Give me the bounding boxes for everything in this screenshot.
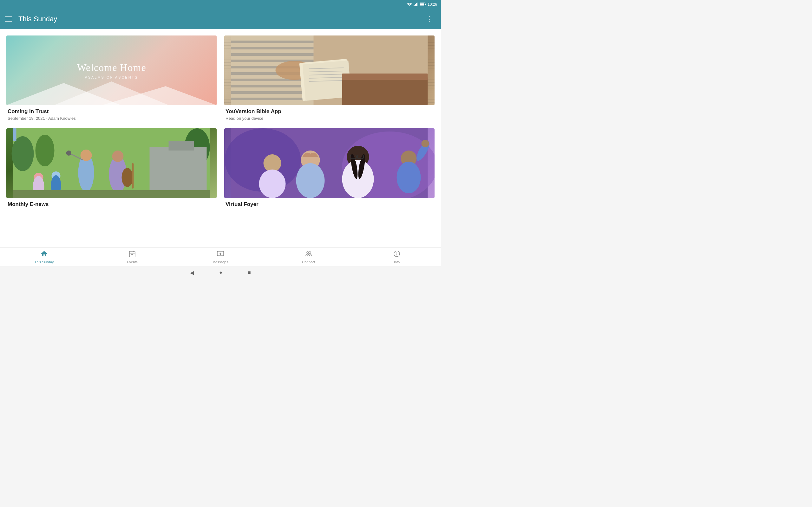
svg-point-72 (397, 162, 421, 193)
svg-point-70 (259, 170, 286, 198)
svg-rect-2 (415, 4, 416, 6)
svg-point-41 (66, 151, 71, 156)
android-back-button[interactable]: ◀ (190, 270, 194, 276)
wifi-icon (407, 3, 412, 6)
android-nav-bar: ◀ ● ■ (0, 266, 441, 279)
svg-rect-1 (414, 5, 415, 6)
worship-illustration (6, 128, 217, 198)
bible-background (224, 36, 435, 105)
status-icons: 10:26 (407, 2, 437, 7)
mountains-svg (6, 80, 217, 105)
card-title-bible: YouVersion Bible App (225, 108, 433, 115)
svg-point-86 (397, 252, 397, 253)
svg-point-74 (421, 140, 429, 147)
card-image-enews (6, 128, 217, 198)
nav-label-events: Events (127, 260, 138, 264)
svg-point-0 (409, 5, 410, 6)
welcome-home-background: Welcome Home PSALMS OF ASCENTS (6, 36, 217, 105)
status-bar: 10:26 (0, 0, 441, 9)
svg-rect-32 (342, 73, 428, 80)
card-coming-in-trust[interactable]: Welcome Home PSALMS OF ASCENTS Coming in… (6, 36, 217, 121)
bible-image-inner (224, 36, 435, 105)
svg-point-44 (122, 168, 133, 187)
svg-rect-4 (417, 3, 418, 6)
svg-rect-54 (150, 147, 207, 192)
card-youversion[interactable]: YouVersion Bible App Read on your device (224, 36, 435, 121)
time-display: 10:26 (427, 2, 437, 7)
svg-point-82 (307, 251, 309, 253)
svg-point-36 (36, 135, 55, 166)
card-enews[interactable]: Monthly E-news (6, 128, 217, 209)
card-title-sermon: Coming in Trust (8, 108, 215, 115)
worship-background (6, 128, 217, 198)
foyer-background (224, 128, 435, 198)
nav-item-messages[interactable]: Messages (176, 250, 264, 264)
nav-icon-messages (217, 250, 224, 260)
svg-point-61 (342, 160, 374, 198)
card-info-enews: Monthly E-news (6, 198, 217, 208)
card-subtitle-sermon: September 19, 2021 · Adam Knowles (8, 116, 215, 121)
card-subtitle-bible: Read on your device (225, 116, 433, 121)
svg-rect-7 (420, 3, 424, 6)
foyer-illustration (224, 128, 435, 198)
nav-icon-events (129, 250, 136, 260)
nav-label-connect: Connect (302, 260, 315, 264)
card-info-bible: YouVersion Bible App Read on your device (224, 105, 435, 121)
svg-point-69 (264, 154, 281, 172)
card-foyer[interactable]: Virtual Foyer (224, 128, 435, 209)
sermon-image-title: Welcome Home (77, 62, 146, 73)
android-recents-button[interactable]: ■ (248, 270, 251, 275)
svg-rect-3 (416, 3, 417, 6)
app-bar-title: This Sunday (18, 15, 57, 23)
svg-rect-55 (169, 141, 194, 151)
bottom-nav: This Sunday Events Messages (0, 247, 441, 266)
svg-point-83 (309, 251, 311, 253)
card-info-foyer: Virtual Foyer (224, 198, 435, 208)
svg-rect-39 (13, 128, 16, 141)
nav-item-events[interactable]: Events (88, 250, 176, 264)
app-bar-left: This Sunday (5, 15, 57, 23)
app-bar: This Sunday ⋮ (0, 9, 441, 29)
svg-rect-75 (130, 251, 135, 257)
svg-point-68 (296, 163, 325, 198)
card-title-enews: Monthly E-news (8, 201, 215, 208)
svg-rect-45 (132, 163, 134, 188)
bible-illustration (224, 36, 435, 105)
nav-item-info[interactable]: Info (353, 250, 441, 264)
svg-point-43 (112, 151, 124, 162)
svg-rect-56 (13, 190, 210, 198)
card-image-sermon: Welcome Home PSALMS OF ASCENTS (6, 36, 217, 105)
card-info-sermon: Coming in Trust September 19, 2021 · Ada… (6, 105, 217, 121)
nav-label-messages: Messages (212, 260, 229, 264)
main-content: Welcome Home PSALMS OF ASCENTS Coming in… (0, 29, 441, 247)
nav-icon-info (393, 250, 401, 260)
more-options-button[interactable]: ⋮ (424, 14, 436, 24)
battery-icon (420, 3, 426, 6)
svg-point-35 (12, 136, 34, 171)
cards-grid: Welcome Home PSALMS OF ASCENTS Coming in… (6, 36, 435, 209)
card-image-bible (224, 36, 435, 105)
svg-rect-6 (425, 4, 426, 5)
svg-rect-31 (342, 77, 428, 105)
svg-point-81 (220, 252, 221, 254)
nav-label-this-sunday: This Sunday (34, 260, 54, 264)
nav-item-this-sunday[interactable]: This Sunday (0, 250, 88, 264)
hamburger-menu[interactable] (5, 16, 12, 21)
signal-icon (414, 3, 418, 6)
card-title-foyer: Virtual Foyer (225, 201, 433, 208)
nav-item-connect[interactable]: Connect (264, 250, 353, 264)
card-image-foyer (224, 128, 435, 198)
sermon-image-subtitle: PSALMS OF ASCENTS (85, 75, 138, 79)
nav-icon-home (40, 250, 48, 260)
nav-icon-connect (305, 250, 312, 260)
nav-label-info: Info (394, 260, 400, 264)
android-home-button[interactable]: ● (219, 270, 222, 275)
